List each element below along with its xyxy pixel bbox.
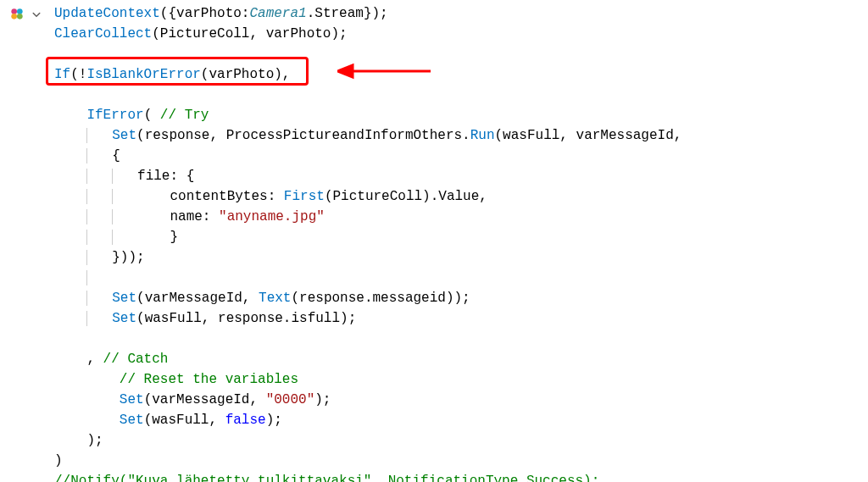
- svg-point-3: [17, 14, 23, 19]
- code-line: [54, 85, 860, 105]
- code-line: ClearCollect(PictureColl, varPhoto);: [54, 24, 860, 44]
- code-line: );: [54, 430, 860, 451]
- code-line: [54, 268, 860, 288]
- copilot-icon[interactable]: [8, 5, 25, 22]
- code-line: }: [54, 227, 860, 247]
- formula-editor: UpdateContext({varPhoto:Camera1.Stream})…: [8, 3, 860, 482]
- code-line: Set(varMessageId, Text(response.messagei…: [54, 288, 860, 308]
- code-line: [54, 329, 860, 349]
- code-area[interactable]: UpdateContext({varPhoto:Camera1.Stream})…: [54, 3, 860, 482]
- code-line: UpdateContext({varPhoto:Camera1.Stream})…: [54, 3, 860, 24]
- code-line: IfError( // Try: [54, 105, 860, 125]
- svg-point-0: [11, 8, 17, 14]
- svg-point-1: [17, 8, 23, 14]
- code-line: Set(wasFull, false);: [54, 410, 860, 430]
- code-line: file: {: [54, 166, 860, 186]
- svg-point-2: [11, 14, 17, 19]
- code-line: If(!IsBlankOrError(varPhoto),: [54, 64, 860, 85]
- code-line: Set(wasFull, response.isfull);: [54, 308, 860, 329]
- code-line: Set(varMessageId, "0000");: [54, 390, 860, 410]
- code-line: ): [54, 451, 860, 471]
- code-line: //Notify("Kuva lähetetty tulkittavaksi",…: [54, 471, 860, 482]
- code-line: , // Catch: [54, 349, 860, 369]
- code-line: [54, 44, 860, 64]
- chevron-down-icon[interactable]: [29, 7, 44, 22]
- code-line: // Reset the variables: [54, 369, 860, 390]
- code-line: contentBytes: First(PictureColl).Value,: [54, 186, 860, 207]
- code-line: }));: [54, 247, 860, 268]
- code-line: {: [54, 146, 860, 166]
- code-line: Set(response, ProcessPictureandInformOth…: [54, 125, 860, 146]
- code-line: name: "anyname.jpg": [54, 207, 860, 227]
